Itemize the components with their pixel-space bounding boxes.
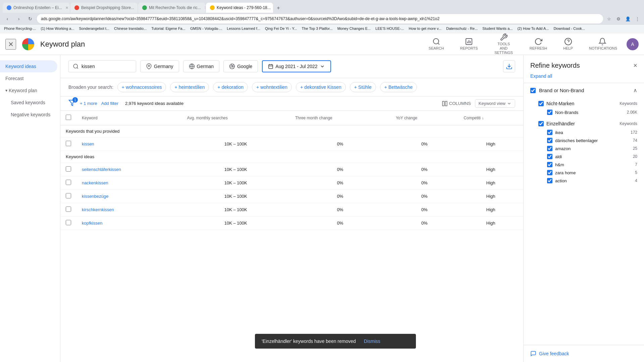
- sidebar-item-negative-keywords[interactable]: Negative keywords: [0, 109, 57, 121]
- amazon-count: 25: [628, 146, 637, 151]
- keyword-link[interactable]: nackenkissen: [82, 180, 108, 185]
- tab-4[interactable]: Keyword ideas - 279-560-18... ✕: [206, 3, 273, 13]
- bookmark-6[interactable]: GMSN - Vologda-...: [189, 26, 223, 31]
- tab-close-1[interactable]: ✕: [65, 6, 68, 10]
- notifications-nav-button[interactable]: NOTIFICATIONS: [584, 35, 621, 53]
- help-nav-button[interactable]: HELP: [558, 35, 578, 53]
- keyword-view-button[interactable]: Keyword view: [475, 99, 515, 108]
- row-checkbox[interactable]: [66, 166, 71, 172]
- network-filter[interactable]: Google: [223, 60, 258, 72]
- location-filter[interactable]: Germany: [140, 60, 179, 72]
- toast-dismiss-button[interactable]: Dismiss: [364, 339, 380, 344]
- bookmark-4[interactable]: Chinese translatio...: [113, 26, 148, 31]
- select-all-header[interactable]: [60, 111, 76, 125]
- keyword-search-box[interactable]: [68, 60, 136, 72]
- keyword-link[interactable]: kopfkissen: [82, 221, 102, 226]
- add-filter-button[interactable]: Add filter: [101, 101, 118, 106]
- back-button[interactable]: ‹: [3, 14, 12, 23]
- more-filters-link[interactable]: + 1 more: [80, 101, 97, 106]
- keyword-link[interactable]: kissenbezüge: [82, 194, 109, 199]
- action-checkbox[interactable]: [547, 178, 552, 183]
- tab-2[interactable]: Beispiel Dropshipping Store... ✕: [70, 3, 138, 13]
- brand-section-checkbox[interactable]: [530, 88, 536, 93]
- address-input[interactable]: [37, 14, 603, 23]
- sidebar-item-keyword-ideas[interactable]: Keyword ideas: [0, 60, 57, 72]
- user-avatar[interactable]: A: [627, 38, 639, 50]
- tools-nav-button[interactable]: TOOLS AND SETTINGS: [489, 31, 519, 58]
- panel-close-button[interactable]: ×: [633, 62, 637, 69]
- panel-header: Refine keywords ×: [524, 55, 644, 72]
- bookmark-13[interactable]: Datenschutz - Re...: [445, 26, 479, 31]
- broaden-chip-1[interactable]: + heimtextilien: [170, 82, 209, 92]
- filter-icon-wrapper[interactable]: 1: [68, 99, 76, 108]
- nicht-marken-checkbox[interactable]: [538, 101, 544, 106]
- bookmark-3[interactable]: Sonderangebot t...: [77, 26, 111, 31]
- row-checkbox[interactable]: [66, 220, 71, 225]
- broaden-chip-5[interactable]: + Stühle: [350, 82, 376, 92]
- tab-1[interactable]: Onlineshop Erstellen – Ei... ✕: [3, 3, 70, 13]
- bookmark-button[interactable]: ☆: [605, 15, 613, 23]
- menu-button[interactable]: ⋮: [633, 15, 641, 23]
- keyword-link[interactable]: kirschkernkissen: [82, 207, 114, 212]
- expand-all-link[interactable]: Expand all: [524, 72, 644, 83]
- bookmark-9[interactable]: The Top 3 Platfor...: [301, 26, 334, 31]
- row-checkbox[interactable]: [66, 193, 71, 198]
- bookmark-5[interactable]: Tutorial: Eigene Fa...: [150, 26, 187, 31]
- bookmark-8[interactable]: Qing Fei De Yi - Y...: [264, 26, 299, 31]
- bookmark-15[interactable]: (2) How To Add A...: [516, 26, 550, 31]
- broaden-chip-2[interactable]: + dekoration: [213, 82, 248, 92]
- broaden-chip-0[interactable]: + wohnaccessoires: [117, 82, 166, 92]
- keyword-input[interactable]: [82, 64, 132, 69]
- refresh-nav-button[interactable]: REFRESH: [524, 35, 553, 53]
- tab-close-3[interactable]: ✕: [204, 6, 205, 10]
- broaden-chip-6[interactable]: + Bettwäsche: [380, 82, 417, 92]
- select-all-checkbox[interactable]: [66, 115, 71, 120]
- non-brands-checkbox[interactable]: [547, 110, 552, 115]
- keyword-link[interactable]: seitenschläferkissen: [82, 167, 121, 172]
- tab-3[interactable]: Mit Recherche-Tools die ric... ✕: [138, 3, 205, 13]
- keyword-link[interactable]: kissen: [82, 141, 94, 146]
- sidebar-item-saved-keywords[interactable]: Saved keywords: [0, 97, 57, 109]
- download-button[interactable]: [503, 60, 515, 72]
- hm-checkbox[interactable]: [547, 162, 552, 167]
- bookmark-14[interactable]: Student Wants a...: [481, 26, 514, 31]
- danisches-checkbox[interactable]: [547, 138, 552, 143]
- columns-button[interactable]: COLUMNS: [442, 101, 471, 107]
- amazon-checkbox[interactable]: [547, 146, 552, 151]
- bookmark-1[interactable]: Phone Recycling-...: [3, 26, 37, 31]
- bookmark-2[interactable]: (1) How Working a...: [39, 26, 75, 31]
- broaden-plus-icon-5: +: [354, 84, 357, 90]
- bookmark-12[interactable]: How to get more v...: [408, 26, 443, 31]
- broaden-chip-3[interactable]: + wohntextilien: [252, 82, 292, 92]
- competition-header[interactable]: Competiti ↓: [458, 111, 523, 125]
- row-checkbox[interactable]: [66, 206, 71, 212]
- extensions-button[interactable]: ⚙: [614, 15, 623, 23]
- bookmark-10[interactable]: Money Changes E...: [336, 26, 372, 31]
- close-button[interactable]: ✕: [5, 39, 16, 50]
- new-tab-button[interactable]: +: [274, 3, 283, 13]
- ikea-checkbox[interactable]: [547, 130, 552, 135]
- language-filter[interactable]: German: [183, 60, 220, 72]
- search-nav-button[interactable]: SEARCH: [423, 35, 449, 53]
- profile-button[interactable]: 👤: [624, 15, 632, 23]
- zara-checkbox[interactable]: [547, 170, 552, 175]
- row-checkbox[interactable]: [66, 180, 71, 185]
- sidebar-item-forecast[interactable]: Forecast: [0, 72, 57, 84]
- einzelhandler-checkbox[interactable]: [538, 121, 544, 126]
- row-checkbox[interactable]: [66, 141, 71, 146]
- date-range-filter[interactable]: Aug 2021 - Jul 2022: [262, 60, 331, 72]
- bookmark-16[interactable]: Download - Cook...: [552, 26, 586, 31]
- forward-button[interactable]: ›: [14, 14, 23, 23]
- row-checkbox-cell[interactable]: [60, 137, 76, 151]
- sidebar-item-keyword-plan[interactable]: ▾ Keyword plan: [0, 84, 57, 97]
- aldi-checkbox[interactable]: [547, 154, 552, 159]
- bookmark-11[interactable]: LEE'S HOUSE-...: [374, 26, 405, 31]
- broaden-chip-4[interactable]: + dekorative Kissen: [296, 82, 346, 92]
- aldi-label: aldi: [555, 154, 625, 159]
- section-header-brand[interactable]: Brand or Non-Brand ∧: [524, 83, 644, 98]
- reports-nav-button[interactable]: REPORTS: [455, 35, 483, 53]
- give-feedback-button[interactable]: Give feedback: [524, 345, 644, 362]
- section2-label: Keyword ideas: [60, 151, 523, 163]
- bookmark-7[interactable]: Lessons Learned f...: [225, 26, 262, 31]
- reload-button[interactable]: ↻: [25, 14, 35, 23]
